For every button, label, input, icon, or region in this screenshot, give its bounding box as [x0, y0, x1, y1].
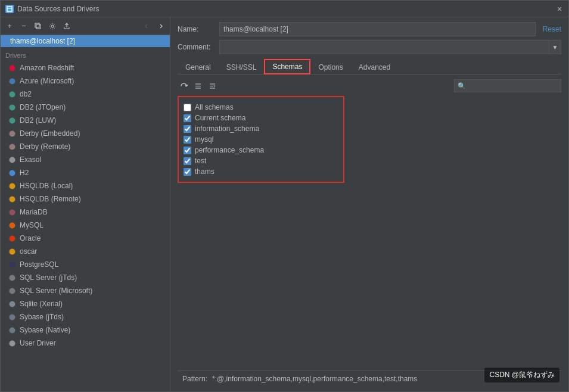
select-all-schemas-button[interactable]: [192, 80, 204, 92]
name-label: Name:: [178, 25, 219, 33]
driver-icon: [8, 221, 16, 229]
driver-item-hsqldb-(remote)[interactable]: HSQLDB (Remote): [1, 192, 170, 206]
driver-label: MySQL: [20, 221, 43, 229]
driver-item-sql-server-(microsoft)[interactable]: SQL Server (Microsoft): [1, 284, 170, 297]
driver-icon: [8, 326, 16, 334]
tabs-bar: General SSH/SSL Schemas Options Advanced: [178, 59, 561, 74]
schemas-options-button[interactable]: [206, 80, 218, 92]
schema-label: All schemas: [195, 103, 234, 111]
schema-checkbox[interactable]: [184, 104, 191, 111]
left-panel: + −: [1, 17, 170, 391]
driver-label: Sybase (Native): [20, 326, 70, 334]
driver-item-azure-(microsoft)[interactable]: Azure (Microsoft): [1, 74, 170, 88]
add-button[interactable]: +: [3, 20, 16, 33]
driver-item-sql-server-(jtds)[interactable]: SQL Server (jTds): [1, 271, 170, 284]
driver-label: DB2 (JTOpen): [20, 103, 66, 111]
driver-label: SQL Server (jTds): [20, 273, 77, 282]
svg-point-12: [9, 157, 15, 163]
close-button[interactable]: ×: [555, 5, 564, 13]
schema-checkbox[interactable]: [184, 157, 191, 165]
driver-item-derby-(remote)[interactable]: Derby (Remote): [1, 140, 170, 153]
driver-item-db2-(luw)[interactable]: DB2 (LUW): [1, 114, 170, 127]
schema-search-input[interactable]: [454, 79, 561, 92]
tab-schemas[interactable]: Schemas: [264, 59, 310, 74]
driver-item-user-driver[interactable]: User Driver: [1, 337, 170, 350]
driver-icon: [8, 260, 16, 269]
driver-item-sybase-(jtds)[interactable]: Sybase (jTds): [1, 310, 170, 323]
selected-connection[interactable]: thams@localhost [2]: [1, 35, 170, 47]
schema-checkbox[interactable]: [184, 114, 191, 122]
pattern-value: *:@,information_schema,mysql,performance…: [212, 375, 556, 383]
driver-item-h2[interactable]: H2: [1, 166, 170, 179]
driver-icon: [8, 195, 16, 203]
driver-item-db2[interactable]: db2: [1, 88, 170, 101]
svg-point-8: [9, 104, 15, 110]
schema-item: test: [184, 155, 338, 166]
driver-item-sybase-(native)[interactable]: Sybase (Native): [1, 323, 170, 337]
svg-point-5: [9, 65, 15, 71]
driver-icon: [8, 64, 16, 72]
svg-point-23: [9, 301, 15, 307]
driver-item-oscar[interactable]: oscar: [1, 245, 170, 258]
driver-item-oracle[interactable]: Oracle: [1, 232, 170, 245]
svg-point-21: [9, 275, 15, 281]
driver-item-sqlite-(xerial)[interactable]: Sqlite (Xerial): [1, 297, 170, 310]
driver-item-derby-(embedded)[interactable]: Derby (Embedded): [1, 127, 170, 140]
remove-button[interactable]: −: [17, 20, 30, 33]
driver-item-hsqldb-(local)[interactable]: HSQLDB (Local): [1, 179, 170, 192]
driver-label: HSQLDB (Remote): [20, 195, 81, 203]
export-button[interactable]: [60, 20, 73, 33]
settings-button[interactable]: [46, 20, 59, 33]
schema-checkbox[interactable]: [184, 125, 191, 133]
driver-label: DB2 (LUW): [20, 116, 56, 125]
copy-button[interactable]: [32, 20, 45, 33]
schemas-toolbar: 🔍: [178, 79, 561, 92]
driver-icon: [8, 129, 16, 138]
driver-icon: [8, 116, 16, 125]
driver-item-db2-(jtopen)[interactable]: DB2 (JTOpen): [1, 101, 170, 114]
refresh-schemas-button[interactable]: [178, 80, 189, 92]
search-wrapper: 🔍: [454, 79, 561, 92]
driver-label: MariaDB: [20, 208, 48, 216]
driver-item-mariadb[interactable]: MariaDB: [1, 206, 170, 219]
driver-item-postgresql[interactable]: PostgreSQL: [1, 258, 170, 271]
driver-item-amazon-redshift[interactable]: Amazon Redshift: [1, 61, 170, 74]
driver-item-exasol[interactable]: Exasol: [1, 153, 170, 166]
schema-item: All schemas: [184, 102, 338, 113]
back-button[interactable]: [140, 20, 153, 33]
driver-item-mysql[interactable]: MySQL: [1, 219, 170, 232]
driver-label: PostgreSQL: [20, 260, 58, 269]
svg-point-26: [9, 340, 15, 346]
svg-point-7: [9, 91, 15, 97]
svg-point-20: [9, 262, 15, 267]
tab-options[interactable]: Options: [310, 60, 350, 74]
driver-icon: [8, 313, 16, 321]
driver-icon: [8, 247, 16, 256]
schema-item: information_schema: [184, 123, 338, 134]
schema-item: performance_schema: [184, 145, 338, 155]
left-toolbar: + −: [1, 17, 170, 35]
tab-ssh-ssl[interactable]: SSH/SSL: [219, 60, 265, 74]
schemas-content: All schemasCurrent schemainformation_sch…: [178, 96, 344, 183]
schema-checkbox[interactable]: [184, 136, 191, 144]
svg-rect-0: [7, 7, 12, 11]
schema-checkbox[interactable]: [184, 168, 191, 176]
reset-button[interactable]: Reset: [543, 25, 561, 33]
comment-expand-button[interactable]: ▼: [549, 40, 561, 54]
svg-point-25: [9, 327, 15, 333]
driver-label: HSQLDB (Local): [20, 182, 73, 190]
driver-icon: [8, 155, 16, 164]
driver-icon: [8, 287, 16, 295]
svg-point-24: [9, 314, 15, 320]
tab-general[interactable]: General: [178, 60, 219, 74]
driver-icon: [8, 339, 16, 347]
schema-label: test: [195, 157, 206, 165]
forward-button[interactable]: [154, 20, 167, 33]
comment-input[interactable]: [219, 40, 549, 54]
driver-list: Amazon RedshiftAzure (Microsoft)db2DB2 (…: [1, 61, 170, 391]
tab-advanced[interactable]: Advanced: [351, 60, 398, 74]
bottom-bar: Pattern: *:@,information_schema,mysql,pe…: [178, 371, 561, 387]
schema-checkbox[interactable]: [184, 147, 191, 154]
name-input[interactable]: [219, 22, 536, 36]
svg-point-15: [9, 196, 15, 202]
